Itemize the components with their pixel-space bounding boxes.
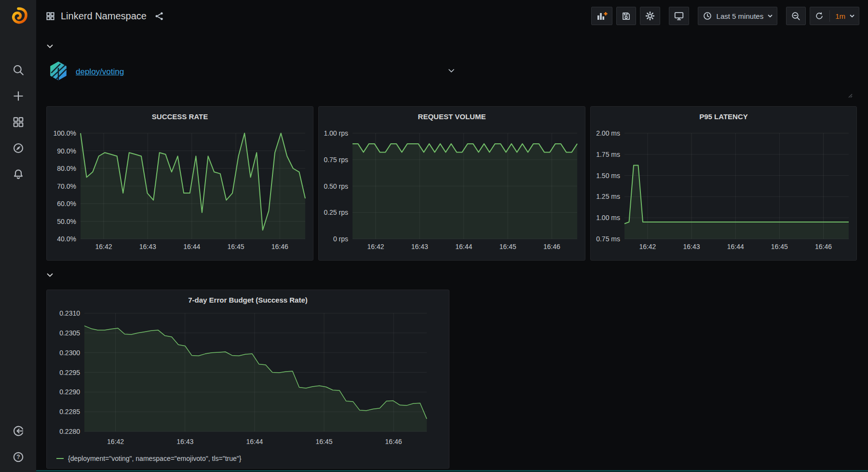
p95-latency-chart: 2.00 ms1.75 ms1.50 ms1.25 ms1.00 ms0.75 … bbox=[591, 107, 856, 260]
svg-text:60.0%: 60.0% bbox=[57, 200, 76, 208]
create-icon[interactable] bbox=[12, 90, 25, 102]
svg-text:80.0%: 80.0% bbox=[57, 165, 76, 172]
svg-text:16:42: 16:42 bbox=[95, 243, 112, 250]
svg-text:70.0%: 70.0% bbox=[57, 182, 76, 190]
search-icon[interactable] bbox=[12, 64, 25, 76]
svg-text:16:42: 16:42 bbox=[639, 243, 656, 250]
help-icon[interactable]: ? bbox=[12, 451, 25, 463]
grafana-dashboard: { "navbar": { "title": "Linkerd Namespac… bbox=[0, 0, 868, 472]
svg-text:1.00 rps: 1.00 rps bbox=[324, 129, 348, 137]
next-row-edge bbox=[36, 470, 868, 472]
svg-text:16:44: 16:44 bbox=[727, 243, 744, 250]
svg-text:16:43: 16:43 bbox=[176, 438, 193, 445]
error-budget-chart: 0.23100.23050.23000.22950.22900.22850.22… bbox=[47, 290, 449, 468]
svg-text:100.0%: 100.0% bbox=[54, 129, 76, 137]
panel-title-request-volume[interactable]: REQUEST VOLUME bbox=[319, 111, 585, 122]
svg-text:0 rps: 0 rps bbox=[333, 235, 348, 243]
sidebar-bottom: ? bbox=[12, 425, 25, 472]
svg-text:0.2305: 0.2305 bbox=[59, 329, 80, 337]
svg-text:0.2280: 0.2280 bbox=[59, 428, 80, 435]
svg-text:0.25 rps: 0.25 rps bbox=[324, 208, 348, 216]
panel-title-success-rate[interactable]: SUCCESS RATE bbox=[47, 111, 313, 122]
svg-text:1.75 ms: 1.75 ms bbox=[596, 151, 620, 158]
page-title: Linkerd Namespace bbox=[61, 11, 147, 22]
svg-text:16:45: 16:45 bbox=[315, 438, 332, 445]
svg-text:0.2295: 0.2295 bbox=[59, 369, 80, 376]
success-rate-chart: 100.0%90.0%80.0%70.0%60.0%50.0%40.0%16:4… bbox=[47, 107, 313, 260]
add-panel-button[interactable] bbox=[591, 7, 612, 25]
save-dashboard-button[interactable] bbox=[616, 7, 636, 25]
dashboard-grid-icon bbox=[46, 12, 55, 21]
svg-text:0.50 rps: 0.50 rps bbox=[324, 182, 348, 190]
dashboard-settings-button[interactable] bbox=[640, 7, 660, 25]
svg-text:16:44: 16:44 bbox=[246, 438, 263, 445]
time-range-label: Last 5 minutes bbox=[717, 12, 764, 20]
navbar: Linkerd Namespace bbox=[36, 0, 868, 32]
svg-text:16:43: 16:43 bbox=[139, 243, 156, 250]
toolbar: Last 5 minutes 1m bbox=[591, 7, 859, 25]
svg-text:0.2285: 0.2285 bbox=[59, 408, 80, 416]
svg-text:16:43: 16:43 bbox=[683, 243, 700, 250]
panel-menu-caret-icon[interactable] bbox=[448, 66, 454, 74]
svg-text:0.75 ms: 0.75 ms bbox=[596, 235, 620, 243]
svg-text:16:43: 16:43 bbox=[411, 243, 428, 250]
svg-text:1.00 ms: 1.00 ms bbox=[596, 214, 620, 222]
refresh-icon[interactable] bbox=[814, 11, 824, 21]
legend-series-dash bbox=[56, 458, 64, 459]
svg-text:16:45: 16:45 bbox=[227, 243, 244, 250]
svg-text:16:45: 16:45 bbox=[771, 243, 788, 250]
row-collapse-toggle-bottom[interactable] bbox=[47, 270, 54, 275]
service-row: deploy/voting bbox=[48, 60, 124, 83]
zoom-out-button[interactable] bbox=[786, 7, 806, 25]
svg-text:40.0%: 40.0% bbox=[57, 235, 76, 243]
cycle-view-mode-button[interactable] bbox=[669, 7, 689, 25]
linkerd-logo bbox=[48, 60, 68, 83]
row-collapse-toggle-top[interactable] bbox=[47, 42, 54, 46]
svg-text:0.2290: 0.2290 bbox=[59, 388, 80, 396]
svg-text:0.2300: 0.2300 bbox=[59, 349, 80, 357]
chevron-down-icon bbox=[850, 14, 854, 17]
time-range-picker[interactable]: Last 5 minutes bbox=[698, 7, 778, 25]
alerting-icon[interactable] bbox=[12, 168, 25, 180]
panel-title-p95-latency[interactable]: P95 LATENCY bbox=[591, 111, 856, 122]
svg-text:?: ? bbox=[16, 454, 20, 460]
sign-in-icon[interactable] bbox=[12, 425, 25, 437]
grafana-logo[interactable] bbox=[8, 6, 29, 27]
divider bbox=[829, 10, 830, 22]
success-rate-panel: SUCCESS RATE 100.0%90.0%80.0%70.0%60.0%5… bbox=[46, 106, 313, 261]
svg-text:16:46: 16:46 bbox=[271, 243, 288, 250]
service-link[interactable]: deploy/voting bbox=[76, 67, 124, 77]
refresh-interval-label[interactable]: 1m bbox=[835, 12, 845, 20]
svg-text:16:45: 16:45 bbox=[499, 243, 516, 250]
svg-text:50.0%: 50.0% bbox=[57, 218, 76, 225]
dashboards-icon[interactable] bbox=[12, 116, 25, 128]
svg-text:90.0%: 90.0% bbox=[57, 147, 76, 155]
svg-text:16:44: 16:44 bbox=[455, 243, 472, 250]
svg-text:16:46: 16:46 bbox=[815, 243, 832, 250]
share-dashboard-icon[interactable] bbox=[154, 11, 164, 21]
svg-text:1.50 ms: 1.50 ms bbox=[596, 172, 620, 180]
panel-title-error-budget[interactable]: 7-day Error Budget (Success Rate) bbox=[47, 294, 449, 305]
svg-text:0.75 rps: 0.75 rps bbox=[324, 156, 348, 164]
svg-text:16:44: 16:44 bbox=[183, 243, 200, 250]
explore-icon[interactable] bbox=[12, 142, 25, 154]
request-volume-panel: REQUEST VOLUME 1.00 rps0.75 rps0.50 rps0… bbox=[318, 106, 585, 261]
legend-item[interactable]: {deployment="voting", namespace="emojivo… bbox=[56, 455, 241, 462]
dashboard-title-button[interactable]: Linkerd Namespace bbox=[46, 11, 147, 22]
svg-text:16:46: 16:46 bbox=[543, 243, 560, 250]
sidebar: ? bbox=[0, 0, 36, 472]
svg-text:1.25 ms: 1.25 ms bbox=[596, 193, 620, 200]
svg-text:16:42: 16:42 bbox=[107, 438, 124, 445]
error-budget-panel: 7-day Error Budget (Success Rate) 0.2310… bbox=[46, 290, 449, 469]
sidebar-menu bbox=[12, 64, 25, 180]
svg-text:16:46: 16:46 bbox=[385, 438, 402, 445]
svg-text:0.2310: 0.2310 bbox=[59, 309, 80, 317]
legend-series-label: {deployment="voting", namespace="emojivo… bbox=[68, 455, 241, 462]
chevron-down-icon bbox=[768, 14, 773, 17]
panel-resize-handle[interactable] bbox=[848, 92, 853, 100]
request-volume-chart: 1.00 rps0.75 rps0.50 rps0.25 rps0 rps16:… bbox=[319, 107, 585, 260]
svg-text:16:42: 16:42 bbox=[367, 243, 384, 250]
svg-text:2.00 ms: 2.00 ms bbox=[596, 129, 620, 137]
p95-latency-panel: P95 LATENCY 2.00 ms1.75 ms1.50 ms1.25 ms… bbox=[590, 106, 857, 261]
refresh-picker[interactable]: 1m bbox=[810, 7, 859, 25]
